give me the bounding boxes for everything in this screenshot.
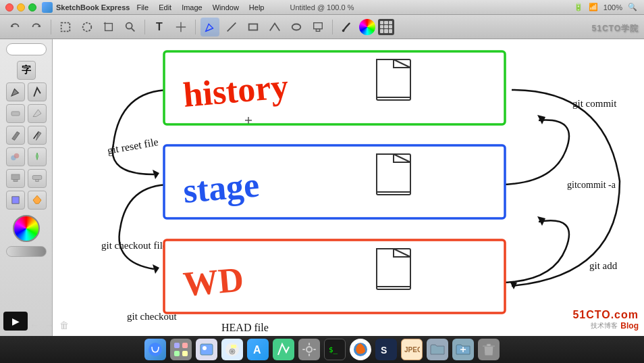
tool-row-1: 字 bbox=[17, 61, 36, 80]
rectangle-tool-button[interactable] bbox=[244, 18, 263, 37]
brush-button[interactable] bbox=[338, 18, 356, 37]
brush-1[interactable] bbox=[6, 82, 25, 101]
whiteboard: git reset file git commit gitcommit -a g… bbox=[53, 39, 644, 336]
menu-bar: File Edit Image Window Help bbox=[136, 3, 264, 11]
rect-select-button[interactable] bbox=[56, 18, 75, 37]
zoom-level: 100% bbox=[603, 3, 622, 11]
ellipse-select-button[interactable] bbox=[78, 18, 97, 37]
delete-icon[interactable]: 🗑 bbox=[59, 320, 69, 331]
forward-arrow-icon[interactable]: → bbox=[45, 320, 54, 331]
toolbar-separator-2 bbox=[144, 20, 145, 34]
watercolor-2[interactable] bbox=[28, 147, 47, 166]
dock-folder2[interactable] bbox=[452, 339, 474, 360]
svg-point-54 bbox=[149, 343, 162, 356]
svg-rect-22 bbox=[14, 180, 18, 182]
svg-rect-15 bbox=[314, 22, 323, 28]
svg-point-14 bbox=[292, 24, 301, 30]
svg-rect-70 bbox=[302, 349, 305, 350]
watermark-sub-label: 技术博客 bbox=[591, 321, 618, 331]
pen-tool-button[interactable] bbox=[200, 18, 219, 37]
tool-row-3 bbox=[6, 104, 47, 123]
svg-point-7 bbox=[126, 22, 132, 28]
dock-appstore[interactable]: A bbox=[247, 339, 269, 360]
fill-2[interactable] bbox=[28, 191, 47, 210]
watermark-top: 51CTO学院 bbox=[592, 20, 639, 34]
svg-rect-23 bbox=[32, 176, 42, 180]
dock-terminal[interactable]: $_ bbox=[324, 339, 346, 360]
menu-file[interactable]: File bbox=[136, 3, 149, 11]
dock-sysprefs[interactable] bbox=[298, 339, 320, 360]
tool-row-5 bbox=[6, 147, 47, 166]
search-icon[interactable]: 🔍 bbox=[628, 3, 637, 11]
svg-rect-56 bbox=[182, 343, 188, 348]
menu-help[interactable]: Help bbox=[249, 3, 265, 11]
svg-rect-59 bbox=[200, 344, 213, 355]
line-tool-button[interactable] bbox=[222, 18, 241, 37]
brush-2[interactable] bbox=[28, 82, 47, 101]
app-brand: SketchBook Express bbox=[42, 2, 130, 13]
toolbar: T bbox=[0, 15, 644, 39]
wifi-icon: 📶 bbox=[589, 3, 598, 11]
document-title: Untitled @ 100.0 % bbox=[290, 3, 354, 11]
menu-image[interactable]: Image bbox=[182, 3, 203, 11]
dock-itunes[interactable] bbox=[221, 339, 243, 360]
maximize-button[interactable] bbox=[28, 3, 36, 11]
svg-text:$_: $_ bbox=[329, 345, 338, 354]
svg-point-20 bbox=[14, 153, 19, 159]
dock-folder1[interactable] bbox=[427, 339, 448, 360]
text-tool[interactable]: 字 bbox=[17, 61, 36, 80]
svg-rect-55 bbox=[174, 343, 180, 348]
svg-point-64 bbox=[231, 350, 234, 353]
play-button[interactable] bbox=[3, 312, 28, 331]
pencil-2[interactable] bbox=[28, 126, 47, 145]
polyline-tool-button[interactable] bbox=[265, 18, 284, 37]
dock-preview[interactable] bbox=[196, 339, 217, 360]
eraser-2[interactable] bbox=[28, 104, 47, 123]
back-arrow-icon[interactable]: ← bbox=[30, 320, 39, 331]
watermark-blog: Blog bbox=[620, 321, 639, 331]
watermark-sub: 技术博客 Blog bbox=[572, 321, 639, 331]
dock-firefox[interactable] bbox=[350, 339, 371, 360]
canvas-area[interactable]: git reset file git commit gitcommit -a g… bbox=[53, 39, 644, 336]
svg-text:gitcommit -a: gitcommit -a bbox=[567, 180, 616, 190]
opacity-slider[interactable] bbox=[6, 246, 47, 257]
tool-search-bar[interactable] bbox=[6, 43, 47, 55]
color-wheel-button[interactable] bbox=[359, 19, 375, 35]
dock-finder[interactable] bbox=[144, 339, 166, 360]
dock-launchpad[interactable] bbox=[170, 339, 192, 360]
menu-edit[interactable]: Edit bbox=[159, 3, 171, 11]
ellipse-tool-button[interactable] bbox=[287, 18, 306, 37]
dock-maps[interactable] bbox=[273, 339, 294, 360]
close-button[interactable] bbox=[5, 3, 14, 11]
svg-rect-63 bbox=[231, 345, 236, 348]
dock: A $_ S JPEG bbox=[0, 336, 644, 363]
stamp-2[interactable] bbox=[28, 169, 47, 188]
svg-text:git checkout file: git checkout file bbox=[101, 240, 167, 251]
svg-line-8 bbox=[132, 28, 135, 31]
redo-button[interactable] bbox=[27, 18, 46, 37]
crop-button[interactable] bbox=[99, 18, 118, 37]
svg-text:stage: stage bbox=[182, 165, 261, 210]
svg-text:HEAD file: HEAD file bbox=[221, 322, 269, 333]
stamp-1[interactable] bbox=[6, 169, 25, 188]
zoom-button[interactable] bbox=[121, 18, 140, 37]
text-tool-button[interactable]: T bbox=[150, 18, 169, 37]
minimize-button[interactable] bbox=[17, 3, 25, 11]
svg-text:git add: git add bbox=[589, 260, 618, 271]
pencil-1[interactable] bbox=[6, 126, 25, 145]
dock-sketchbook[interactable]: S bbox=[375, 339, 397, 360]
transform-button[interactable] bbox=[171, 18, 190, 37]
fill-1[interactable] bbox=[6, 191, 25, 210]
dock-jpeg[interactable]: JPEG bbox=[401, 339, 423, 360]
dock-trash[interactable] bbox=[478, 339, 500, 360]
undo-button[interactable] bbox=[5, 18, 24, 37]
eraser-1[interactable] bbox=[6, 104, 25, 123]
svg-rect-21 bbox=[11, 174, 20, 180]
menu-window[interactable]: Window bbox=[213, 3, 239, 11]
color-picker[interactable] bbox=[13, 215, 40, 242]
stamp-button[interactable] bbox=[308, 18, 327, 37]
grid-button[interactable] bbox=[378, 19, 394, 35]
title-bar: SketchBook Express File Edit Image Windo… bbox=[0, 0, 644, 15]
watercolor-1[interactable] bbox=[6, 147, 25, 166]
svg-rect-18 bbox=[11, 112, 20, 116]
